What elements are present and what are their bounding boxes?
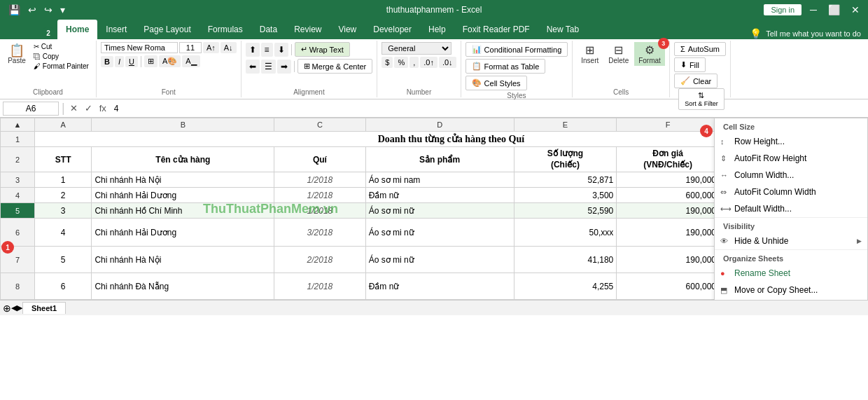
cell-a4[interactable]: 2: [34, 188, 92, 203]
cell-d2[interactable]: Sản phẩm: [365, 147, 514, 172]
cell-d7[interactable]: Áo sơ mi nữ: [365, 247, 514, 273]
sheet-tab-sheet1[interactable]: Sheet1: [22, 302, 66, 314]
autosum-button[interactable]: ΣAutoSum: [674, 42, 726, 56]
decrease-font-button[interactable]: A↓: [220, 42, 237, 53]
tab-insert[interactable]: Insert: [97, 20, 135, 39]
row-header-8[interactable]: 8: [1, 273, 35, 300]
cut-button[interactable]: ✂ Cut: [31, 42, 92, 51]
fill-color-button[interactable]: A🎨: [159, 55, 181, 67]
clear-button[interactable]: 🧹Clear: [674, 74, 718, 88]
cell-f8[interactable]: 600,000: [617, 273, 720, 300]
add-sheet-button[interactable]: ⊕: [3, 303, 11, 314]
column-width-menu-item[interactable]: ↔ Column Width...: [715, 167, 867, 184]
undo-button[interactable]: ↩: [25, 3, 39, 17]
number-format-select[interactable]: General: [382, 42, 451, 55]
percent-button[interactable]: %: [394, 57, 408, 68]
cell-d8[interactable]: Đầm nữ: [365, 273, 514, 300]
tab-new-tab[interactable]: New Tab: [538, 20, 587, 39]
row-header-5[interactable]: 5: [1, 203, 35, 219]
format-as-table-button[interactable]: 📋Format as Table: [465, 59, 546, 74]
cell-c6[interactable]: 3/2018: [274, 219, 365, 247]
merge-center-button[interactable]: ⊞ Merge & Center: [298, 59, 373, 74]
save-button[interactable]: 💾: [6, 3, 23, 17]
minimize-button[interactable]: ─: [807, 3, 820, 17]
cell-d6[interactable]: Áo sơ mi nữ: [365, 219, 514, 247]
font-name-input[interactable]: [101, 42, 178, 53]
font-size-input[interactable]: [179, 42, 202, 53]
cell-a2[interactable]: STT: [34, 147, 92, 172]
italic-button[interactable]: I: [115, 56, 124, 67]
sign-in-button[interactable]: Sign in: [764, 4, 802, 15]
align-center-button[interactable]: ☰: [261, 60, 276, 74]
cell-f6[interactable]: 190,000: [617, 219, 720, 247]
cell-c3[interactable]: 1/2018: [274, 172, 365, 188]
cell-c2[interactable]: Quí: [274, 147, 365, 172]
cell-b8[interactable]: Chi nhánh Đà Nẵng: [92, 273, 274, 300]
cell-e3[interactable]: 52,871: [514, 172, 617, 188]
cell-f3[interactable]: 190,000: [617, 172, 720, 188]
hide-unhide-menu-item[interactable]: 👁 Hide & Unhide: [715, 233, 867, 249]
cell-c7[interactable]: 2/2018: [274, 247, 365, 273]
format-painter-button[interactable]: 🖌 Format Painter: [31, 62, 92, 71]
redo-button[interactable]: ↪: [41, 3, 55, 17]
cell-c4[interactable]: 1/2018: [274, 188, 365, 203]
insert-cells-button[interactable]: ⊞ Insert: [577, 42, 603, 66]
col-header-c[interactable]: C: [274, 118, 365, 132]
cell-f7[interactable]: 190,000: [617, 247, 720, 273]
cell-a6[interactable]: 4: [34, 219, 92, 247]
fill-button[interactable]: ⬇Fill: [674, 57, 706, 72]
col-header-b[interactable]: B: [92, 118, 274, 132]
cell-d5[interactable]: Áo sơ mi nữ: [365, 203, 514, 219]
row-header-2[interactable]: 2: [1, 147, 35, 172]
align-bottom-button[interactable]: ⬇: [274, 43, 288, 57]
align-left-button[interactable]: ⬅: [246, 60, 260, 74]
copy-button[interactable]: ⿻ Copy: [31, 52, 92, 61]
currency-button[interactable]: $: [382, 57, 393, 68]
wrap-text-button[interactable]: ↵ Wrap Text: [295, 42, 350, 57]
cell-e6[interactable]: 50,xxx: [514, 219, 617, 247]
tab-formulas[interactable]: Formulas: [200, 20, 251, 39]
increase-font-button[interactable]: A↑: [203, 42, 219, 53]
tab-review[interactable]: Review: [286, 20, 330, 39]
cell-e5[interactable]: 52,590: [514, 203, 617, 219]
confirm-formula-icon[interactable]: ✓: [83, 102, 94, 114]
cancel-formula-icon[interactable]: ✕: [68, 102, 80, 114]
row-header-3[interactable]: 3: [1, 172, 35, 188]
autofit-column-width-menu-item[interactable]: ⇔ AutoFit Column Width: [715, 184, 867, 200]
cell-e7[interactable]: 41,180: [514, 247, 617, 273]
cell-c5[interactable]: 1/2018: [274, 203, 365, 219]
cell-styles-button[interactable]: 🎨Cell Styles: [465, 76, 527, 90]
cell-d3[interactable]: Áo sơ mi nam: [365, 172, 514, 188]
cell-d4[interactable]: Đầm nữ: [365, 188, 514, 203]
paste-button[interactable]: 📋 Paste: [4, 42, 29, 67]
cell-reference-box[interactable]: [3, 102, 59, 116]
cell-a5[interactable]: 3: [34, 203, 92, 219]
col-header-corner[interactable]: ▲: [1, 118, 35, 132]
font-color-button[interactable]: A▁: [182, 55, 200, 67]
close-button[interactable]: ✕: [848, 3, 862, 17]
tab-developer[interactable]: Developer: [365, 20, 420, 39]
cell-b6[interactable]: Chi nhánh Hải Dương: [92, 219, 274, 247]
cell-a7[interactable]: 5: [34, 247, 92, 273]
cell-b3[interactable]: Chi nhánh Hà Nội: [92, 172, 274, 188]
cell-b4[interactable]: Chi nhánh Hải Dương: [92, 188, 274, 203]
col-header-a[interactable]: A: [34, 118, 92, 132]
cell-f4[interactable]: 600,000: [617, 188, 720, 203]
move-copy-menu-item[interactable]: ⬒ Move or Copy Sheet...: [715, 282, 867, 298]
underline-button[interactable]: U: [125, 56, 138, 67]
borders-button[interactable]: ⊞: [144, 55, 158, 67]
cell-e2[interactable]: Số lượng(Chiếc): [514, 147, 617, 172]
format-cells-button[interactable]: 3 ⚙ Format: [634, 42, 665, 66]
tab-foxit[interactable]: Foxit Reader PDF: [454, 20, 538, 39]
tab-data[interactable]: Data: [251, 20, 286, 39]
cell-b2[interactable]: Tên cửa hàng: [92, 147, 274, 172]
row-header-4[interactable]: 4: [1, 188, 35, 203]
row-height-menu-item[interactable]: ↕ Row Height...: [715, 133, 867, 150]
comma-button[interactable]: ,: [410, 57, 419, 68]
align-middle-button[interactable]: ≡: [261, 43, 273, 57]
increase-decimal-button[interactable]: .0↑: [420, 57, 438, 68]
next-sheet-button[interactable]: ▶: [17, 303, 22, 312]
autofit-row-height-menu-item[interactable]: ⇕ AutoFit Row Height: [715, 150, 867, 167]
customize-qat-button[interactable]: ▾: [57, 3, 68, 17]
cell-e4[interactable]: 3,500: [514, 188, 617, 203]
